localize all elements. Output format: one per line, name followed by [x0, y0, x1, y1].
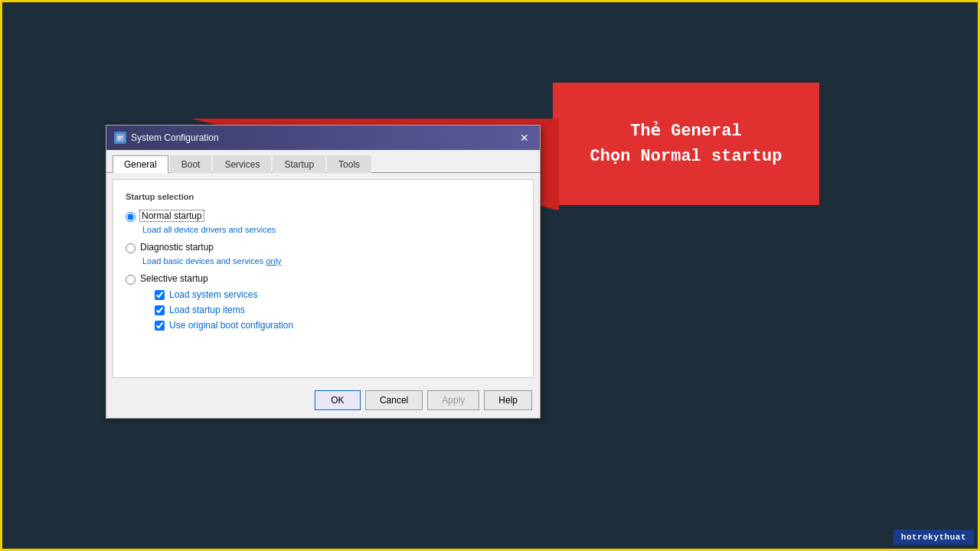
dialog-title: System Configuration	[131, 132, 219, 143]
help-button[interactable]: Help	[484, 390, 532, 410]
dialog-footer: OK Cancel Apply Help	[106, 384, 540, 418]
load-startup-items-item: Load startup items	[155, 305, 521, 315]
load-startup-items-checkbox[interactable]	[155, 305, 165, 315]
tab-boot[interactable]: Boot	[170, 155, 212, 173]
svg-rect-2	[118, 139, 121, 139]
diagnostic-startup-label[interactable]: Diagnostic startup	[140, 242, 214, 253]
load-system-services-item: Load system services	[155, 289, 521, 300]
tab-general[interactable]: General	[113, 155, 168, 173]
load-startup-items-label[interactable]: Load startup items	[169, 305, 245, 315]
use-original-boot-item: Use original boot configuration	[155, 320, 521, 331]
annotation-line1: Thẻ General	[630, 119, 741, 144]
svg-rect-1	[118, 136, 123, 137]
tab-startup[interactable]: Startup	[273, 155, 325, 173]
dialog-icon	[114, 132, 126, 144]
diagnostic-startup-description: Load basic devices and services only	[142, 256, 521, 266]
annotation-box: Thẻ General Chọn Normal startup	[553, 83, 819, 205]
title-bar: System Configuration ✕	[106, 126, 540, 150]
use-original-boot-label[interactable]: Use original boot configuration	[169, 320, 293, 331]
annotation-line2: Chọn Normal startup	[590, 144, 782, 169]
title-bar-left: System Configuration	[114, 132, 219, 144]
selective-startup-radio[interactable]	[126, 275, 136, 285]
startup-selection-label: Startup selection	[126, 192, 521, 201]
use-original-boot-checkbox[interactable]	[155, 321, 165, 331]
ok-button[interactable]: OK	[315, 390, 361, 410]
selective-startup-label[interactable]: Selective startup	[140, 273, 208, 284]
selective-checkboxes: Load system services Load startup items …	[155, 289, 521, 331]
hotrokythuat-badge: hotrokythuat	[893, 530, 974, 545]
normal-startup-option: Normal startup	[126, 210, 521, 222]
tab-tools[interactable]: Tools	[327, 155, 371, 173]
selective-startup-option: Selective startup	[126, 273, 521, 285]
tabs-bar: General Boot Services Startup Tools	[106, 150, 540, 173]
diagnostic-startup-radio[interactable]	[126, 243, 136, 253]
normal-startup-radio[interactable]	[126, 212, 136, 222]
system-configuration-dialog: System Configuration ✕ General Boot Serv…	[106, 125, 541, 419]
load-system-services-checkbox[interactable]	[155, 290, 165, 300]
tab-services[interactable]: Services	[213, 155, 271, 173]
svg-rect-0	[116, 134, 125, 142]
apply-button[interactable]: Apply	[427, 390, 479, 410]
diagnostic-startup-option: Diagnostic startup	[126, 242, 521, 253]
normal-startup-label[interactable]: Normal startup	[140, 210, 204, 221]
dialog-content: Startup selection Normal startup Load al…	[113, 179, 534, 378]
cancel-button[interactable]: Cancel	[365, 390, 423, 410]
load-system-services-label[interactable]: Load system services	[169, 289, 257, 300]
close-button[interactable]: ✕	[517, 130, 532, 145]
normal-startup-description: Load all device drivers and services	[142, 225, 521, 234]
